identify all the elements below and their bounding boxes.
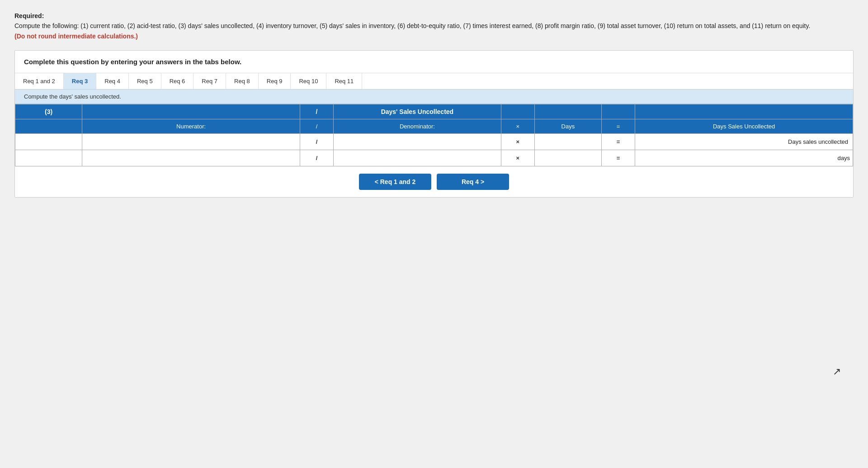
row1-numerator-input[interactable] xyxy=(88,137,294,146)
formula-table: (3) / Days' Sales Uncollected xyxy=(15,104,853,166)
table-row: / × = Days sales uncollected xyxy=(15,134,853,150)
row2-equals: = xyxy=(602,150,635,166)
row1-days[interactable] xyxy=(534,134,601,150)
required-note: (Do not round intermediate calculations.… xyxy=(14,33,138,40)
cursor-indicator: ↗ xyxy=(833,366,841,378)
tabs-row: Req 1 and 2 Req 3 Req 4 Req 5 Req 6 Req … xyxy=(15,73,853,90)
row1-label xyxy=(15,134,82,150)
row2-times: × xyxy=(501,150,534,166)
col-equals-header xyxy=(602,104,635,119)
tab-req5[interactable]: Req 5 xyxy=(129,73,161,89)
col-numerator-spacer xyxy=(82,104,300,119)
sub-numerator: Numerator: xyxy=(82,119,300,134)
row1-denominator[interactable] xyxy=(334,134,501,150)
row2-slash: / xyxy=(300,150,334,166)
tab-content-header: Compute the days' sales uncollected. xyxy=(15,90,853,104)
sub-result: Days Sales Uncollected xyxy=(635,119,853,134)
tab-req8[interactable]: Req 8 xyxy=(226,73,259,89)
tab-req6[interactable]: Req 6 xyxy=(161,73,194,89)
button-row: < Req 1 and 2 Req 4 > xyxy=(15,166,853,197)
row2-numerator[interactable] xyxy=(82,150,300,166)
row1-days-input[interactable] xyxy=(540,137,596,146)
header-row-sub: Numerator: / Denominator: × Days xyxy=(15,119,853,134)
tab-req7[interactable]: Req 7 xyxy=(193,73,226,89)
sub-denominator: Denominator: xyxy=(334,119,501,134)
row2-days[interactable] xyxy=(534,150,601,166)
row1-slash: / xyxy=(300,134,334,150)
table-row: / × = days xyxy=(15,150,853,166)
row2-numerator-input[interactable] xyxy=(88,154,294,162)
row2-denominator-input[interactable] xyxy=(339,154,495,162)
row2-days-input[interactable] xyxy=(540,154,596,162)
card-header: Complete this question by entering your … xyxy=(15,51,853,73)
row2-result: days xyxy=(635,150,853,166)
sub-days: Days xyxy=(534,119,601,134)
tab-req4[interactable]: Req 4 xyxy=(96,73,129,89)
row2-label xyxy=(15,150,82,166)
row1-numerator[interactable] xyxy=(82,134,300,150)
col-slash-header: / xyxy=(300,104,334,119)
sub-slash: / xyxy=(300,119,334,134)
row2-denominator[interactable] xyxy=(334,150,501,166)
row1-result: Days sales uncollected xyxy=(635,134,853,150)
tab-req9[interactable]: Req 9 xyxy=(259,73,291,89)
tab-req3[interactable]: Req 3 xyxy=(64,73,96,89)
col-days-header xyxy=(534,104,601,119)
row1-equals: = xyxy=(602,134,635,150)
required-section: Required: Compute the following: (1) cur… xyxy=(14,11,854,41)
required-label: Required: xyxy=(14,12,44,19)
section-number: (3) xyxy=(15,104,82,119)
formula-table-wrapper: (3) / Days' Sales Uncollected xyxy=(15,104,853,166)
header-row-top: (3) / Days' Sales Uncollected xyxy=(15,104,853,119)
card-instruction: Complete this question by entering your … xyxy=(24,58,241,66)
row1-times: × xyxy=(501,134,534,150)
prev-button[interactable]: < Req 1 and 2 xyxy=(359,174,431,190)
required-description: Compute the following: (1) current ratio… xyxy=(14,22,810,29)
tab-req1and2[interactable]: Req 1 and 2 xyxy=(15,73,64,89)
col-title: Days' Sales Uncollected xyxy=(334,104,501,119)
tab-req11[interactable]: Req 11 xyxy=(326,73,362,89)
sub-section xyxy=(15,119,82,134)
sub-equals: = xyxy=(602,119,635,134)
col-times-header xyxy=(501,104,534,119)
next-button[interactable]: Req 4 > xyxy=(437,174,509,190)
row1-denominator-input[interactable] xyxy=(339,137,495,146)
sub-times: × xyxy=(501,119,534,134)
tab-req10[interactable]: Req 10 xyxy=(291,73,326,89)
main-card: Complete this question by entering your … xyxy=(14,50,854,198)
col-result-header xyxy=(635,104,853,119)
